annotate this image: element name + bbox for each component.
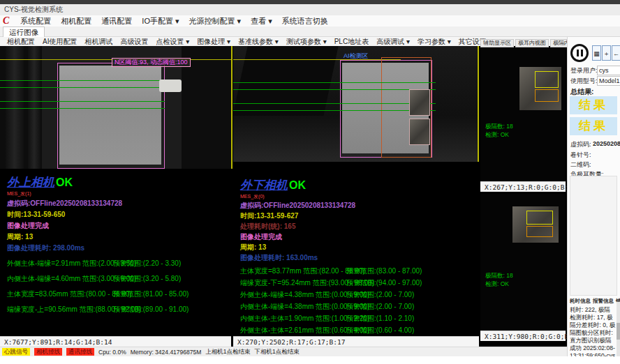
measurement-value: 端缘宽度-上=90.56mm 范围:(88.00 - 92.00) [7, 305, 113, 314]
measurement-warn-range: 预警范围:(81.00 - 85.00) [113, 289, 189, 299]
aux-viewport-1[interactable]: 极隔数: 18 检测: OK [480, 49, 566, 181]
zoom-in-button[interactable]: ＋ [602, 45, 611, 61]
left-result-block: 外上相机OK MES_发(1) 虚拟码:OFFline2025020813313… [7, 174, 230, 314]
toolbar-ai-use-config[interactable]: AI使用配置 [43, 37, 77, 47]
center-cycle: 周期: 13 [240, 243, 474, 252]
measurement-row: 端缘宽度-下=95.24mm 范围:(93.00 - 98.00) 预警范围:(… [240, 278, 474, 288]
measurement-warn-range: 预警范围:(2.20 - 3.30) [113, 259, 181, 268]
menu-camera-config[interactable]: 相机配置 [61, 16, 91, 26]
panel-divider-line [231, 46, 232, 169]
center-camera-viewport[interactable]: AI检测区 [233, 46, 479, 162]
pause-icon [577, 50, 579, 56]
toolbar-plc-address-table[interactable]: PLC地址表 [334, 37, 369, 47]
left-barcode: 虚拟码:OFFline20250208133134728 [7, 199, 230, 208]
toolbar-test-params[interactable]: 测试项参数 ▾ [286, 37, 327, 47]
ai-roi-label: AI检测区 [344, 52, 369, 61]
toolbar-image-processing[interactable]: 图像处理 ▾ [197, 37, 230, 47]
measurement-value: 内侧主体-端缘=4.60mm 范围:(3.00 - 6.00) [7, 274, 113, 284]
measurement-warn-range: 预警范围:(83.00 - 87.00) [346, 266, 422, 276]
tab-detail-image [409, 119, 430, 145]
toolbar-advanced-debug[interactable]: 高级调试 ▾ [376, 37, 410, 47]
info-tab-row: 耗时信息 报警信息 错误信息 [570, 298, 619, 305]
comm-offline-badge: 通讯掉线 [66, 348, 94, 356]
overlay-measure-line [233, 82, 436, 83]
overlay-measure-line [233, 89, 436, 90]
menu-light-config[interactable]: 光源控制配置 ▾ [189, 16, 242, 26]
center-time: 时间:13-31-59-627 [240, 211, 474, 221]
aux-viewport-2[interactable]: 极隔数: 18 检测: OK [480, 194, 566, 331]
left-camera-title: 外上相机 [7, 176, 54, 189]
measurement-warn-range: 预警范围:(94.00 - 97.00) [346, 278, 422, 288]
threshold-banner: N区阈值:93, 动态阈值:100 [112, 58, 191, 67]
snapshot-button[interactable]: ▦ [592, 45, 601, 61]
back-button[interactable]: ← [612, 45, 620, 61]
center-measurements: 主体宽度=83.77mm 范围:(82.00 - 88.00) 预警范围:(83… [240, 266, 474, 335]
overlay-measure-line [0, 80, 165, 81]
center-extra-elapsed: 处理耗时(统): 165 [240, 222, 474, 232]
qr-code-label: 二维码: [570, 160, 591, 169]
tab-detail-image [409, 89, 430, 116]
measurement-warn-range: 预警范围:(0.60 - 4.00) [346, 326, 414, 335]
result-box-2: 结果 [570, 117, 617, 135]
virtual-code-label: 虚拟码: [570, 140, 591, 149]
aux-tab-tab-view[interactable]: 极耳内视图 [515, 39, 549, 47]
center-barcode: 虚拟码:OFFline20250208133134728 [240, 201, 474, 211]
overlay-measure-line [0, 108, 165, 109]
overlay-measure-line [233, 103, 436, 104]
status-bar: 心跳信号 相机掉线 通讯掉线 Cpu: 0.0% Memory: 3424.41… [0, 347, 567, 356]
center-result-block: 外下相机OK MES_发(0) 虚拟码:OFFline2025020813313… [240, 177, 474, 335]
measurement-value: 主体宽度=83.05mm 范围:(80.00 - 86.00) [7, 289, 113, 299]
aux-result-line: 检测: OK [485, 280, 509, 288]
heartbeat-badge: 心跳信号 [2, 348, 30, 356]
left-cycle: 周期: 13 [7, 232, 230, 242]
measurement-value: 主体宽度=83.77mm 范围:(82.00 - 88.00) [240, 266, 346, 276]
toolbar-baseline-params[interactable]: 基准线参数 ▾ [238, 37, 279, 47]
toolbar-spotcheck-settings[interactable]: 点检设置 ▾ [156, 37, 189, 47]
measurement-row: 外侧主体-端缘=2.91mm 范围:(2.00 - 3.50) 预警范围:(2.… [7, 259, 230, 268]
measurement-warn-range: 预警范围:(89.00 - 91.00) [113, 305, 189, 314]
measurement-value: 内侧主体-端缘=4.38mm 范围:(0.00 - 9.00) [240, 302, 346, 312]
aux-result-line: 检测: OK [485, 131, 509, 139]
measurement-row: 端缘宽度-上=90.56mm 范围:(88.00 - 92.00) 预警范围:(… [7, 305, 230, 314]
status-message-upper: 上相机1点检结束 [205, 348, 250, 356]
tab-alarm-info[interactable]: 报警信息 [593, 298, 614, 305]
window-title: CYS-视觉检测系统 [0, 4, 620, 15]
toolbar-learning-params[interactable]: 学习参数 ▾ [418, 37, 451, 47]
camera-offline-badge: 相机掉线 [34, 348, 62, 356]
arrow-left-icon: ← [613, 50, 619, 57]
virtual-code-value: 20250208 [593, 140, 620, 147]
measurement-warn-range: 预警范围:(2.00 - 7.00) [346, 302, 414, 312]
tab-elapsed-info[interactable]: 耗时信息 [570, 298, 591, 305]
overlay-roi-orange [526, 226, 553, 237]
total-result-label: 总结果: [570, 87, 593, 97]
toolbar-camera-debug[interactable]: 相机调试 [84, 37, 112, 47]
measurement-warn-range: 预警范围:(2.00 - 7.00) [346, 290, 414, 300]
result-detail-box [570, 176, 617, 296]
menu-comm-config[interactable]: 通讯配置 [101, 16, 132, 26]
model-input[interactable]: Model1 [597, 76, 620, 86]
center-mes-flag: MES_发(0) [240, 193, 474, 200]
toolbar-camera-config[interactable]: 相机配置 [7, 37, 35, 47]
menu-language-switch[interactable]: 系统语言切换 [282, 16, 328, 26]
stats-scrollbar-thumb[interactable] [617, 323, 620, 340]
tab-run-image[interactable]: 运行图像 [3, 26, 45, 37]
menu-bar: C 系统配置 相机配置 通讯配置 IO手配置 ▾ 光源控制配置 ▾ 查看 ▾ 系… [0, 15, 620, 26]
measurement-row: 内侧主体-主体=1.90mm 范围:(1.00 - 2.20) 预警范围:(1.… [240, 314, 474, 324]
control-panel: ▦ ＋ ← 登录用户: cys 使用型号: Model1 总结果: 结果 结果 … [567, 37, 620, 364]
measurement-warn-range: 预警范围:(1.10 - 2.10) [346, 314, 414, 324]
measurement-value: 端缘宽度-下=95.24mm 范围:(93.00 - 98.00) [240, 278, 346, 288]
menu-io-config[interactable]: IO手配置 ▾ [142, 16, 179, 26]
overlay-roi-yellow [535, 71, 559, 88]
toolbar-advanced-settings[interactable]: 高级设置 [120, 37, 148, 47]
left-camera-viewport[interactable]: N区阈值:93, 动态阈值:100 [0, 46, 231, 169]
cpu-usage: Cpu: 0.0% [98, 349, 126, 356]
measurement-row: 主体宽度=83.77mm 范围:(82.00 - 88.00) 预警范围:(83… [240, 266, 474, 276]
menu-view[interactable]: 查看 ▾ [251, 16, 272, 26]
overlay-measure-line [0, 101, 165, 102]
aux-tab-assist-display[interactable]: 辅助显示区 [480, 39, 514, 47]
overlay-roi-magenta [57, 63, 165, 169]
measurement-row: 外侧主体-主体=2.61mm 范围:(0.60 - 4.00) 预警范围:(0.… [240, 326, 474, 335]
measurement-value: 外侧主体-端缘=2.91mm 范围:(2.00 - 3.50) [7, 259, 113, 268]
pause-button[interactable] [570, 44, 589, 62]
menu-system-config[interactable]: 系统配置 [20, 16, 51, 26]
